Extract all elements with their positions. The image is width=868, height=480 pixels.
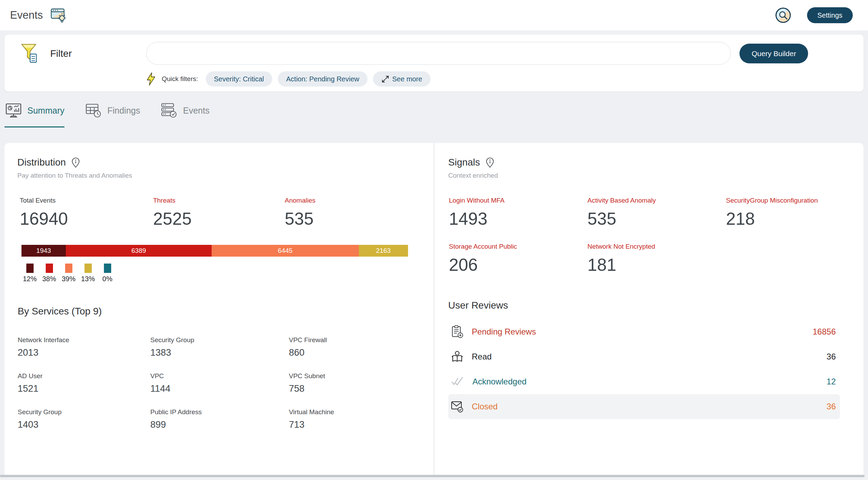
search-icon bbox=[775, 7, 791, 23]
chip-label: Action: Pending Review bbox=[286, 75, 359, 83]
distribution-legend: 12% 38% 39% 13% 0% bbox=[22, 264, 416, 283]
legend-swatch bbox=[65, 264, 72, 273]
stat-value: 16940 bbox=[20, 209, 153, 229]
stat-value: 2525 bbox=[153, 209, 285, 229]
info-icon[interactable] bbox=[485, 157, 495, 168]
quick-filter-chip-severity-critical[interactable]: Severity: Critical bbox=[206, 71, 272, 87]
service-value: 713 bbox=[289, 419, 416, 430]
signal-value: 535 bbox=[587, 209, 726, 229]
stat-anomalies: Anomalies 535 bbox=[285, 197, 416, 229]
signal-value: 206 bbox=[449, 255, 587, 275]
service-value: 1383 bbox=[150, 347, 289, 358]
service-item: AD User 1521 bbox=[18, 372, 150, 394]
legend-percent: 38% bbox=[42, 275, 56, 283]
review-row-read[interactable]: Read 36 bbox=[448, 344, 840, 369]
tab-label: Events bbox=[183, 106, 209, 116]
review-value: 12 bbox=[826, 377, 836, 386]
bar-segment[interactable]: 6445 bbox=[212, 245, 359, 257]
distribution-stats: Total Events 16940 Threats 2525 Anomalie… bbox=[17, 197, 416, 229]
bar-segment[interactable]: 1943 bbox=[21, 245, 66, 257]
service-label: VPC bbox=[150, 372, 289, 380]
tab-summary[interactable]: Summary bbox=[5, 103, 64, 127]
lightning-icon bbox=[146, 72, 156, 86]
filter-card: Filter Query Builder Quick filters: Seve… bbox=[5, 35, 863, 91]
service-value: 2013 bbox=[18, 347, 150, 358]
service-label: AD User bbox=[18, 372, 150, 380]
review-label: Acknowledged bbox=[472, 377, 526, 386]
legend-swatch bbox=[46, 264, 53, 273]
review-label: Closed bbox=[472, 402, 498, 411]
horizontal-scrollbar-track bbox=[0, 475, 868, 480]
findings-table-clock-icon bbox=[86, 103, 101, 118]
tab-events[interactable]: Events bbox=[160, 103, 209, 127]
service-item: Network Interface 2013 bbox=[18, 336, 150, 358]
service-value: 758 bbox=[289, 383, 416, 394]
legend-percent: 39% bbox=[62, 275, 76, 283]
signal-empty-cell bbox=[726, 243, 848, 275]
service-label: Security Group bbox=[150, 336, 289, 344]
distribution-stacked-bar: 1943 6389 6445 2163 bbox=[21, 245, 408, 257]
review-label: Read bbox=[472, 352, 491, 362]
info-icon[interactable] bbox=[71, 157, 80, 168]
service-label: Network Interface bbox=[18, 336, 150, 344]
legend-item: 0% bbox=[100, 264, 115, 283]
legend-percent: 12% bbox=[23, 275, 37, 283]
service-label: Security Group bbox=[18, 408, 150, 416]
bar-segment[interactable]: 2163 bbox=[359, 245, 408, 257]
filter-label: Filter bbox=[50, 48, 72, 59]
bar-segment[interactable]: 6389 bbox=[66, 245, 212, 257]
signal-label: Storage Account Public bbox=[449, 243, 587, 250]
search-button[interactable] bbox=[775, 7, 791, 23]
user-reviews-list: Pending Reviews 16856 Read 36 bbox=[448, 319, 840, 419]
stat-threats: Threats 2525 bbox=[153, 197, 285, 229]
filter-input[interactable] bbox=[146, 42, 731, 65]
legend-swatch bbox=[85, 264, 92, 273]
signal-value: 1493 bbox=[449, 209, 587, 229]
tab-bar: Summary Findings bbox=[5, 103, 230, 127]
legend-percent: 0% bbox=[103, 275, 113, 283]
review-row-pending-reviews[interactable]: Pending Reviews 16856 bbox=[448, 319, 840, 344]
service-item: VPC Firewall 860 bbox=[289, 336, 416, 358]
review-row-acknowledged[interactable]: Acknowledged 12 bbox=[448, 369, 840, 394]
events-window-bulb-icon bbox=[51, 8, 67, 23]
legend-item: 12% bbox=[22, 264, 37, 283]
by-services-grid: Network Interface 2013 Security Group 13… bbox=[17, 336, 416, 430]
service-label: VPC Firewall bbox=[289, 336, 416, 344]
filter-left: Filter bbox=[20, 35, 72, 73]
service-value: 1144 bbox=[150, 383, 289, 394]
legend-swatch bbox=[26, 264, 34, 273]
tab-label: Summary bbox=[27, 106, 64, 116]
service-value: 860 bbox=[289, 347, 416, 358]
legend-item: 13% bbox=[80, 264, 96, 283]
review-row-closed[interactable]: Closed 36 bbox=[448, 394, 840, 419]
distribution-panel: Distribution Pay attention to Threats an… bbox=[5, 143, 434, 480]
summary-monitor-chart-icon bbox=[6, 103, 21, 118]
horizontal-scrollbar-thumb[interactable] bbox=[0, 475, 865, 477]
signal-network-not-encrypted: Network Not Encrypted 181 bbox=[587, 243, 726, 275]
signal-login-without-mfa: Login Without MFA 1493 bbox=[449, 197, 587, 229]
quick-filters-label: Quick filters: bbox=[162, 75, 198, 83]
stat-value: 535 bbox=[285, 209, 416, 229]
service-label: Public IP Address bbox=[150, 408, 289, 416]
settings-button[interactable]: Settings bbox=[807, 7, 853, 23]
signal-label: Activity Based Anomaly bbox=[587, 197, 726, 204]
stat-total-events: Total Events 16940 bbox=[20, 197, 153, 229]
review-label: Pending Reviews bbox=[472, 327, 536, 337]
tab-label: Findings bbox=[107, 106, 140, 116]
reading-person-icon bbox=[451, 350, 463, 363]
service-value: 899 bbox=[150, 419, 289, 430]
signal-activity-based-anomaly: Activity Based Anomaly 535 bbox=[587, 197, 726, 229]
tab-findings[interactable]: Findings bbox=[85, 103, 140, 127]
query-builder-button[interactable]: Query Builder bbox=[739, 44, 808, 63]
quick-filter-chip-action-pending-review[interactable]: Action: Pending Review bbox=[278, 71, 367, 87]
service-value: 1403 bbox=[18, 419, 150, 430]
service-value: 1521 bbox=[18, 383, 150, 394]
see-more-chip[interactable]: See more bbox=[373, 71, 431, 87]
signal-label: Network Not Encrypted bbox=[587, 243, 726, 250]
signals-title: Signals bbox=[448, 157, 480, 168]
service-item: Security Group 1383 bbox=[150, 336, 289, 358]
signals-panel: Signals Context enriched Login Without M… bbox=[434, 143, 863, 480]
distribution-subtitle: Pay attention to Threats and Anomalies bbox=[17, 172, 416, 179]
review-value: 36 bbox=[826, 352, 836, 362]
service-label: VPC Subnet bbox=[289, 372, 416, 380]
